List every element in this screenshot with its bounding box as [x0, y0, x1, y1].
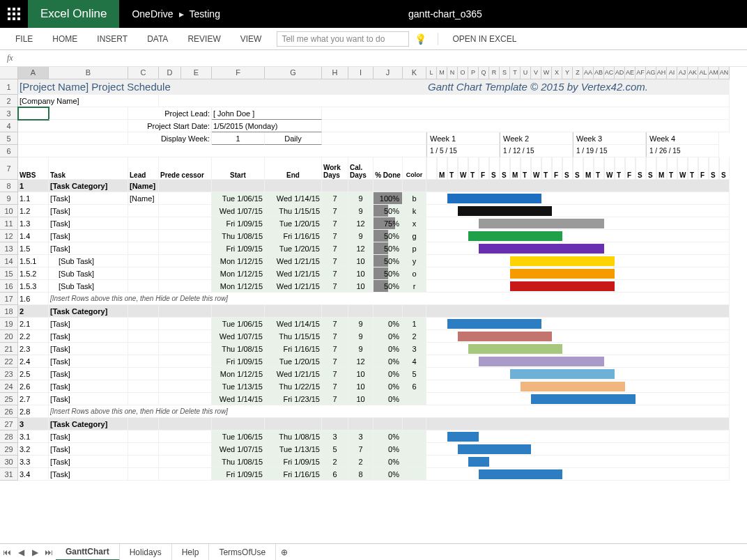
pct-done[interactable]: 0% [374, 368, 403, 380]
lightbulb-icon[interactable]: 💡 [415, 33, 426, 45]
ribbon-tab-file[interactable]: FILE [6, 28, 43, 50]
sheet-tab-termsofuse[interactable]: TermsOfUse [209, 544, 276, 561]
row-header-16[interactable]: 16 [0, 280, 18, 293]
row-header-4[interactable]: 4 [0, 120, 18, 132]
pct-done[interactable]: 0% [374, 330, 403, 343]
ribbon-tab-view[interactable]: VIEW [231, 28, 272, 50]
task-name[interactable]: [Task] [49, 230, 128, 242]
row-header-7[interactable]: 7 [0, 157, 18, 180]
hdr-end[interactable]: End [265, 157, 322, 180]
col-header-W[interactable]: W [541, 67, 552, 79]
breadcrumb-onedrive[interactable]: OneDrive [132, 8, 173, 20]
open-in-excel-button[interactable]: OPEN IN EXCEL [442, 28, 526, 50]
col-header-Z[interactable]: Z [573, 67, 583, 79]
col-header-H[interactable]: H [322, 67, 348, 79]
sheet-tab-ganttchart[interactable]: GanttChart [56, 544, 120, 561]
task-name[interactable]: [Task] [49, 192, 128, 205]
row-header-27[interactable]: 27 [0, 418, 18, 430]
selected-cell-A3[interactable] [18, 107, 49, 120]
pct-done[interactable]: 0% [374, 343, 403, 355]
task-name[interactable]: [Sub Task] [49, 255, 128, 267]
col-header-D[interactable]: D [159, 67, 181, 79]
col-header-AJ[interactable]: AJ [677, 67, 688, 79]
col-header-I[interactable]: I [348, 67, 374, 79]
sheet-nav-next[interactable]: ▶ [28, 547, 42, 557]
insert-row-note[interactable]: [Insert Rows above this one, then Hide o… [49, 293, 730, 305]
template-copyright[interactable]: Gantt Chart Template © 2015 by Vertex42.… [426, 79, 730, 95]
col-header-AL[interactable]: AL [698, 67, 709, 79]
row-header-12[interactable]: 12 [0, 230, 18, 242]
pct-done[interactable]: 0% [374, 443, 403, 456]
col-header-Y[interactable]: Y [562, 67, 573, 79]
col-header-M[interactable]: M [437, 67, 447, 79]
add-sheet-button[interactable]: ⊕ [276, 547, 293, 557]
label-display-week[interactable]: Display Week: [128, 132, 212, 145]
task-name[interactable]: [Task Category] [49, 305, 128, 318]
col-header-AB[interactable]: AB [594, 67, 604, 79]
col-header-N[interactable]: N [447, 67, 458, 79]
pct-done[interactable] [374, 305, 403, 318]
sheet-tab-holidays[interactable]: Holidays [120, 544, 172, 561]
app-launcher-icon[interactable] [0, 0, 28, 28]
tell-me-search[interactable]: Tell me what you want to do [277, 31, 409, 47]
pct-done[interactable]: 50% [374, 205, 403, 217]
hdr-start[interactable]: Start [212, 157, 265, 180]
row-header-5[interactable]: 5 [0, 132, 18, 145]
col-header-V[interactable]: V [531, 67, 541, 79]
row-header-10[interactable]: 10 [0, 205, 18, 217]
pct-done[interactable]: 75% [374, 217, 403, 230]
col-header-T[interactable]: T [510, 67, 521, 79]
ribbon-tab-data[interactable]: DATA [137, 28, 178, 50]
breadcrumb-folder[interactable]: Testing [190, 8, 220, 20]
sheet-nav-prev[interactable]: ◀ [14, 547, 28, 557]
hdr-work-days[interactable]: Work Days [322, 157, 348, 180]
file-name[interactable]: gantt-chart_o365 [220, 8, 670, 20]
ribbon-tab-insert[interactable]: INSERT [87, 28, 137, 50]
row-header-18[interactable]: 18 [0, 305, 18, 318]
hdr-cal-days[interactable]: Cal. Days [348, 157, 374, 180]
col-header-AI[interactable]: AI [667, 67, 677, 79]
pct-done[interactable] [374, 180, 403, 192]
pct-done[interactable]: 0% [374, 318, 403, 330]
col-header-AK[interactable]: AK [688, 67, 698, 79]
select-all-corner[interactable] [0, 67, 18, 79]
sheet-nav-last[interactable]: ⏭ [42, 547, 56, 557]
row-header-9[interactable]: 9 [0, 192, 18, 205]
task-name[interactable]: [Sub Task] [49, 267, 128, 280]
pct-done[interactable]: 0% [374, 355, 403, 368]
ribbon-tab-review[interactable]: REVIEW [178, 28, 230, 50]
col-header-S[interactable]: S [500, 67, 510, 79]
sheet-nav-first[interactable]: ⏮ [0, 547, 14, 557]
row-header-30[interactable]: 30 [0, 456, 18, 468]
col-header-A[interactable]: A [18, 67, 49, 79]
row-header-20[interactable]: 20 [0, 330, 18, 343]
row-header-31[interactable]: 31 [0, 468, 18, 481]
row-header-3[interactable]: 3 [0, 107, 18, 120]
row-header-11[interactable]: 11 [0, 217, 18, 230]
col-header-AN[interactable]: AN [719, 67, 730, 79]
week-date-4[interactable]: 1 / 26 / 15 [646, 145, 719, 157]
row-header-26[interactable]: 26 [0, 405, 18, 418]
hdr-lead[interactable]: Lead [128, 157, 159, 180]
pct-done[interactable]: 50% [374, 255, 403, 267]
pct-done[interactable]: 0% [374, 393, 403, 405]
task-name[interactable]: [Task] [49, 380, 128, 393]
col-header-O[interactable]: O [458, 67, 468, 79]
pct-done[interactable]: 50% [374, 242, 403, 255]
formula-bar[interactable]: fx [0, 50, 747, 67]
pct-done[interactable]: 0% [374, 430, 403, 443]
spreadsheet-grid[interactable]: ABCDEFGHIJKLMNOPQRSTUVWXYZAAABACADAEAFAG… [0, 67, 747, 543]
label-project-lead[interactable]: Project Lead: [128, 107, 212, 120]
row-header-2[interactable]: 2 [0, 95, 18, 107]
sheet-tab-help[interactable]: Help [172, 544, 210, 561]
value-display-week[interactable]: 1 [212, 132, 265, 145]
col-header-AH[interactable]: AH [656, 67, 667, 79]
label-start-date[interactable]: Project Start Date: [128, 120, 212, 132]
col-header-AA[interactable]: AA [583, 67, 594, 79]
pct-done[interactable]: 0% [374, 380, 403, 393]
row-header-19[interactable]: 19 [0, 318, 18, 330]
project-title[interactable]: [Project Name] Project Schedule [18, 79, 426, 95]
task-name[interactable]: [Task] [49, 430, 128, 443]
row-header-25[interactable]: 25 [0, 393, 18, 405]
week-label-2[interactable]: Week 2 [500, 132, 573, 145]
